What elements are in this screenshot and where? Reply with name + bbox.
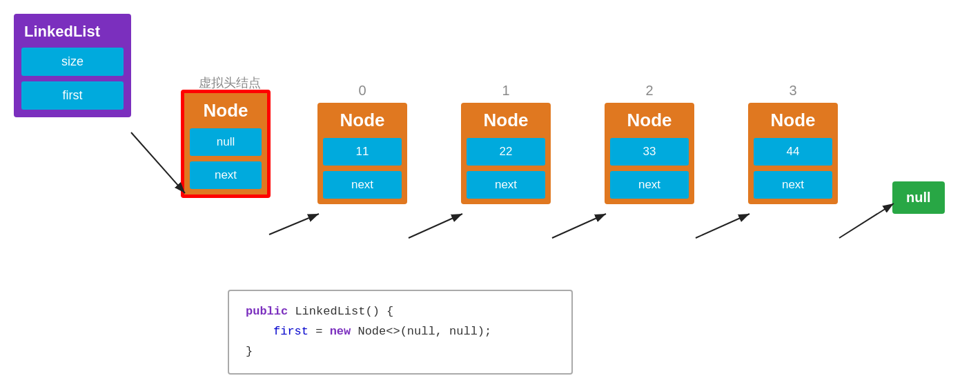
node-3-value: 44 — [754, 138, 832, 166]
arrow-head-to-0 — [269, 214, 319, 235]
node-2: 2 Node 33 next — [605, 83, 694, 204]
node-3: 3 Node 44 next — [748, 83, 838, 204]
node-1-value: 22 — [467, 138, 545, 166]
node-2-box: Node 33 next — [605, 103, 694, 204]
ll-field-size: size — [21, 48, 124, 76]
node-1-next: next — [467, 171, 545, 199]
node-0-next: next — [323, 171, 402, 199]
null-box: null — [892, 181, 945, 214]
node-0-value: 11 — [323, 138, 402, 166]
linked-list-box: LinkedList size first — [14, 14, 131, 117]
node-2-title: Node — [610, 108, 689, 132]
head-label: 虚拟头结点 — [185, 74, 275, 91]
code-line3: } — [246, 345, 253, 358]
code-box: public LinkedList() { first = new Node<>… — [228, 290, 573, 375]
node-3-next: next — [754, 171, 832, 199]
node-2-index: 2 — [645, 83, 653, 99]
node-2-next: next — [610, 171, 689, 199]
linked-list-title: LinkedList — [21, 21, 124, 42]
ll-field-first: first — [21, 81, 124, 110]
arrow-3-to-null — [839, 203, 894, 238]
node-3-title: Node — [754, 108, 832, 132]
node-1-index: 1 — [502, 83, 509, 99]
canvas: LinkedList size first 虚拟头结点 Node null ne… — [0, 0, 980, 378]
node-1: 1 Node 22 next — [461, 83, 551, 204]
node-1-title: Node — [467, 108, 545, 132]
node-3-box: Node 44 next — [748, 103, 838, 204]
arrow-1-to-2 — [552, 214, 606, 238]
arrow-0-to-1 — [409, 214, 462, 238]
node-0: 0 Node 11 next — [317, 83, 407, 204]
node-0-box: Node 11 next — [317, 103, 407, 204]
arrow-2-to-3 — [696, 214, 749, 238]
node-1-box: Node 22 next — [461, 103, 551, 204]
node-head: Node null next — [181, 90, 271, 198]
node-head-box: Node null next — [181, 90, 271, 198]
code-line1: public LinkedList() { — [246, 305, 393, 318]
node-0-title: Node — [323, 108, 402, 132]
node-2-value: 33 — [610, 138, 689, 166]
node-3-index: 3 — [789, 83, 796, 99]
node-head-value: null — [190, 128, 262, 156]
node-0-index: 0 — [358, 83, 366, 99]
node-head-title: Node — [190, 99, 262, 123]
code-line2: first = new Node<>(null, null); — [246, 322, 555, 342]
node-head-next: next — [190, 161, 262, 189]
arrow-ll-to-head — [131, 132, 185, 193]
